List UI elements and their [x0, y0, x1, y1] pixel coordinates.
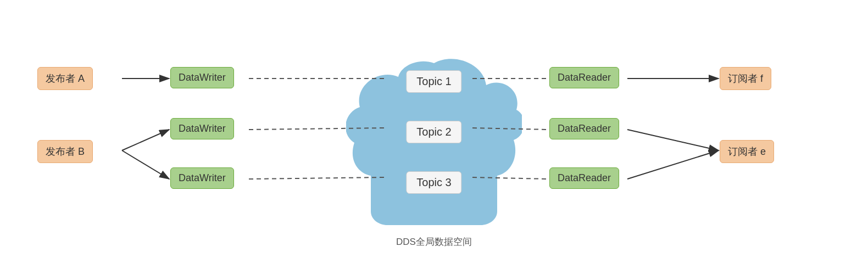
topic-3-box: Topic 3	[406, 171, 461, 194]
publisher-a: 发布者 A	[37, 67, 93, 90]
arrow-pubb-dw3	[122, 150, 169, 179]
diagram-container: Topic 1 Topic 2 Topic 3 发布者 A 发布者 B Data…	[0, 0, 868, 280]
topic-2-box: Topic 2	[406, 121, 461, 143]
datawriter-2: DataWriter	[170, 118, 234, 139]
arrow-dr2-sube	[627, 130, 719, 150]
topic-1-box: Topic 1	[406, 70, 461, 93]
datareader-2: DataReader	[549, 118, 619, 139]
publisher-b: 发布者 B	[37, 140, 93, 163]
arrow-dr3-sube	[627, 150, 719, 179]
datawriter-3: DataWriter	[170, 167, 234, 189]
datawriter-1: DataWriter	[170, 67, 234, 88]
datareader-1: DataReader	[549, 67, 619, 88]
datareader-3: DataReader	[549, 167, 619, 189]
arrow-pubb-dw2	[122, 130, 169, 150]
cloud-label: DDS全局数据空间	[396, 236, 472, 248]
subscriber-f: 订阅者 f	[720, 67, 771, 90]
subscriber-e: 订阅者 e	[720, 140, 774, 163]
